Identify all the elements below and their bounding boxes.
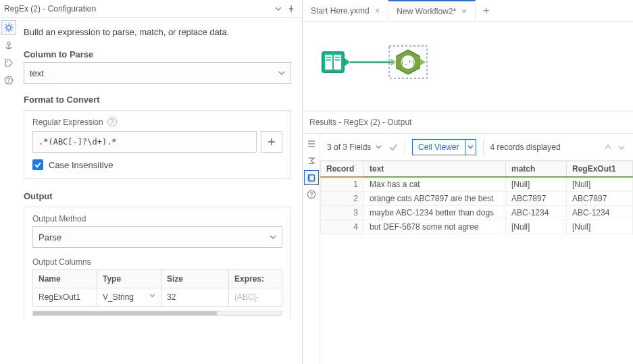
svg-line-8 <box>11 24 11 25</box>
svg-rect-20 <box>335 59 340 61</box>
table-row-header: Name Type Size Expres: <box>33 270 282 288</box>
column-parse-value: text <box>30 68 44 78</box>
config-tab-settings[interactable] <box>1 20 16 35</box>
svg-rect-18 <box>326 59 331 61</box>
tab-label: Start Here.yxmd <box>311 6 370 16</box>
config-panel: RegEx (2) - Configuration <box>0 0 303 364</box>
cell-viewer-button[interactable]: Cell Viewer <box>412 139 476 155</box>
config-titlebar: RegEx (2) - Configuration <box>0 0 302 18</box>
results-title: Results - RegEx (2) - Output <box>303 111 633 134</box>
output-label: Output <box>24 191 291 201</box>
col-name-header: Name <box>33 270 97 288</box>
column-parse-label: Column to Parse <box>24 49 291 59</box>
tool-regex[interactable]: (.*) <box>389 46 427 78</box>
tab-label: New Workflow2* <box>397 7 456 16</box>
add-tab-button[interactable]: + <box>476 0 497 21</box>
config-tab-tag[interactable] <box>1 55 16 70</box>
help-icon[interactable]: ? <box>107 117 117 126</box>
nav-down-icon[interactable] <box>617 142 626 152</box>
svg-rect-17 <box>326 57 331 58</box>
outcol-size[interactable]: 32 <box>161 288 229 307</box>
output-method-select[interactable]: Parse <box>32 226 282 248</box>
config-tab-anchor[interactable] <box>1 38 16 53</box>
chevron-down-icon <box>270 234 276 240</box>
svg-line-5 <box>5 24 6 25</box>
col-expr-header: Expres: <box>229 270 282 288</box>
table-row[interactable]: 3 maybe ABC-1234 better than dogs ABC-12… <box>321 206 633 220</box>
tab-start-here[interactable]: Start Here.yxmd × <box>303 0 388 21</box>
col-type-header: Type <box>97 270 161 288</box>
regex-value: .*(ABC[-]?\d+).* <box>39 137 117 147</box>
outcol-expr[interactable]: (ABC[- <box>229 288 282 307</box>
config-form: Build an expression to parse, match, or … <box>18 18 302 364</box>
table-row[interactable]: RegExOut1 V_String 32 (ABC[- <box>33 288 282 307</box>
outcol-type[interactable]: V_String <box>97 288 161 307</box>
col-size-header: Size <box>161 270 229 288</box>
regex-input[interactable]: .*(ABC[-]?\d+).* <box>32 131 257 153</box>
chevron-down-icon <box>149 292 155 298</box>
case-insensitive-label: Case Insensitive <box>49 160 113 170</box>
output-method-label: Output Method <box>32 214 282 224</box>
col-out-header[interactable]: RegExOut1 <box>567 161 633 178</box>
output-method-value: Parse <box>39 232 61 242</box>
column-parse-select[interactable]: text <box>24 62 291 84</box>
config-title: RegEx (2) - Configuration <box>4 4 271 14</box>
output-fieldset: Output Method Parse Output Columns Name … <box>24 207 291 319</box>
results-grid: Record text match RegExOut1 1 Max has a … <box>320 161 633 234</box>
nav-up-icon[interactable] <box>603 142 613 152</box>
checkbox-checked-icon <box>32 159 43 170</box>
results-tab-sigma[interactable] <box>304 153 319 168</box>
check-icon[interactable] <box>388 142 398 152</box>
table-row[interactable]: 1 Max has a cat [Null] [Null] <box>321 177 633 192</box>
fields-count: 3 of 3 Fields <box>327 142 382 152</box>
chevron-down-icon[interactable] <box>465 140 476 155</box>
svg-line-7 <box>5 30 6 30</box>
table-row[interactable]: 2 orange cats ABC7897 are the best ABC78… <box>321 192 633 206</box>
col-text-header[interactable]: text <box>364 161 506 178</box>
results-tab-help[interactable] <box>304 187 319 202</box>
case-insensitive-row[interactable]: Case Insensitive <box>32 159 282 170</box>
records-count: 4 records displayed <box>490 142 561 152</box>
table-row-header: Record text match RegExOut1 <box>321 161 633 178</box>
col-record-header[interactable]: Record <box>321 161 364 178</box>
svg-point-11 <box>8 82 9 84</box>
workflow-tabs: Start Here.yxmd × New Workflow2* × + <box>303 0 633 22</box>
chevron-down-icon <box>278 70 285 76</box>
regex-add-button[interactable] <box>261 131 282 153</box>
col-match-header[interactable]: match <box>506 161 567 178</box>
close-icon[interactable]: × <box>375 5 380 16</box>
results-icon-strip <box>303 134 320 364</box>
close-icon[interactable]: × <box>461 6 467 16</box>
pin-icon[interactable] <box>286 3 298 15</box>
tool-text-input[interactable] <box>322 51 350 73</box>
dropdown-icon[interactable] <box>272 3 284 15</box>
output-columns-label: Output Columns <box>32 257 282 267</box>
svg-point-0 <box>7 26 11 30</box>
results-tab-data[interactable] <box>304 170 319 185</box>
svg-point-9 <box>7 61 8 62</box>
tab-new-workflow[interactable]: New Workflow2* × <box>388 0 475 21</box>
format-convert-label: Format to Convert <box>24 95 291 105</box>
svg-text:(.*): (.*) <box>401 59 415 66</box>
outcol-name[interactable]: RegExOut1 <box>33 288 97 307</box>
config-tab-help[interactable] <box>1 73 16 88</box>
output-columns-table: Name Type Size Expres: RegExOut1 V_Strin… <box>32 269 282 307</box>
svg-point-30 <box>311 197 312 198</box>
results-toolbar: 3 of 3 Fields Cell Viewer 4 records disp… <box>320 134 633 161</box>
regex-label: Regular Expression <box>32 118 103 127</box>
workflow-canvas[interactable]: (.*) <box>303 22 633 111</box>
config-intro: Build an expression to parse, match, or … <box>24 27 291 37</box>
horizontal-scrollbar[interactable] <box>32 311 282 316</box>
svg-line-6 <box>11 30 11 30</box>
config-icon-strip <box>0 18 18 364</box>
results-tab-list[interactable] <box>304 136 319 151</box>
svg-rect-19 <box>335 57 340 58</box>
format-fieldset: Regular Expression ? .*(ABC[-]?\d+).* <box>24 110 291 179</box>
table-row[interactable]: 4 but DEF-5678 some not agree [Null] [Nu… <box>321 220 633 234</box>
